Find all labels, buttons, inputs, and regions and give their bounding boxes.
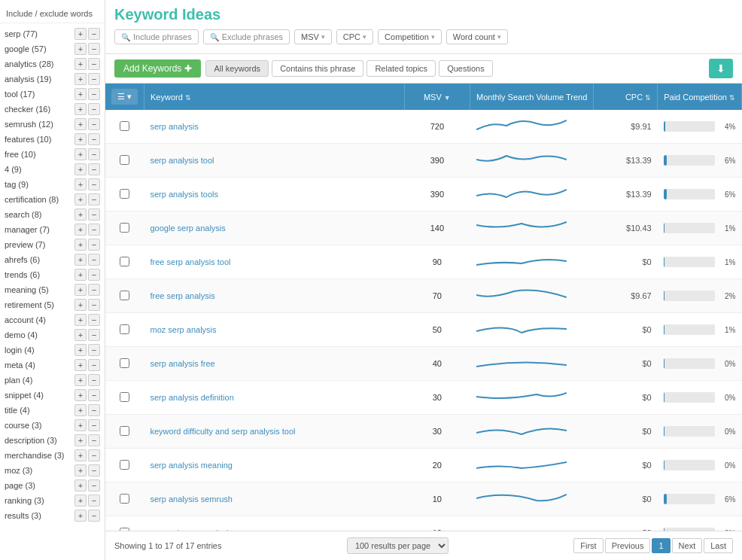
- exclude-button[interactable]: −: [88, 88, 100, 100]
- row-checkbox-cell[interactable]: [105, 144, 144, 178]
- row-checkbox-cell[interactable]: [105, 415, 144, 449]
- tab-questions[interactable]: Questions: [439, 60, 493, 77]
- exclude-button[interactable]: −: [88, 163, 100, 175]
- exclude-button[interactable]: −: [88, 314, 100, 326]
- exclude-button[interactable]: −: [88, 58, 100, 70]
- keyword-link[interactable]: serp analysis free: [151, 359, 215, 368]
- competition-dropdown[interactable]: Competition ▾: [378, 29, 442, 44]
- include-button[interactable]: +: [75, 404, 87, 416]
- exclude-button[interactable]: −: [88, 344, 100, 356]
- exclude-button[interactable]: −: [88, 193, 100, 205]
- include-button[interactable]: +: [75, 419, 87, 431]
- keyword-link[interactable]: serp analysis meaning: [151, 461, 233, 470]
- row-checkbox[interactable]: [120, 392, 129, 402]
- exclude-button[interactable]: −: [88, 239, 100, 251]
- row-checkbox[interactable]: [120, 494, 129, 504]
- tab-related-topics[interactable]: Related topics: [366, 60, 436, 77]
- row-checkbox-cell[interactable]: [105, 516, 144, 531]
- exclude-button[interactable]: −: [88, 178, 100, 190]
- keyword-link[interactable]: serp analysis: [151, 122, 199, 131]
- exclude-button[interactable]: −: [88, 389, 100, 401]
- page-btn-last[interactable]: Last: [704, 538, 733, 553]
- include-button[interactable]: +: [75, 374, 87, 386]
- cpc-col-header[interactable]: CPC ⇅: [594, 84, 658, 110]
- row-checkbox[interactable]: [120, 358, 129, 368]
- comp-col-header[interactable]: Paid Competition ⇅: [658, 84, 742, 110]
- include-button[interactable]: +: [75, 479, 87, 492]
- exclude-button[interactable]: −: [88, 434, 100, 446]
- row-checkbox[interactable]: [120, 121, 129, 131]
- keyword-link[interactable]: keyword difficulty and serp analysis too…: [151, 427, 296, 436]
- word-count-dropdown[interactable]: Word count ▾: [446, 29, 508, 44]
- select-all-header[interactable]: ☰ ▾: [105, 84, 144, 110]
- page-btn-previous[interactable]: Previous: [605, 538, 651, 553]
- row-checkbox[interactable]: [120, 257, 129, 266]
- exclude-button[interactable]: −: [88, 419, 100, 431]
- include-button[interactable]: +: [75, 103, 87, 115]
- add-keywords-button[interactable]: Add Keywords ✚: [114, 59, 201, 78]
- exclude-button[interactable]: −: [88, 208, 100, 221]
- exclude-button[interactable]: −: [88, 449, 100, 461]
- exclude-button[interactable]: −: [88, 73, 100, 85]
- exclude-phrases-input[interactable]: 🔍 Exclude phrases: [203, 29, 290, 44]
- row-checkbox[interactable]: [120, 460, 129, 470]
- exclude-button[interactable]: −: [88, 495, 100, 507]
- keyword-link[interactable]: moz serp analysis: [151, 325, 217, 334]
- exclude-button[interactable]: −: [88, 224, 100, 236]
- row-checkbox-cell[interactable]: [105, 482, 144, 516]
- keyword-link[interactable]: serp analysis tools: [151, 190, 219, 199]
- include-button[interactable]: +: [75, 464, 87, 476]
- include-button[interactable]: +: [75, 269, 87, 281]
- include-button[interactable]: +: [75, 28, 87, 40]
- exclude-button[interactable]: −: [88, 269, 100, 281]
- exclude-button[interactable]: −: [88, 118, 100, 130]
- exclude-button[interactable]: −: [88, 359, 100, 371]
- msv-col-header[interactable]: MSV ▼: [404, 84, 470, 110]
- include-phrases-input[interactable]: 🔍 Include phrases: [114, 29, 199, 44]
- cpc-dropdown[interactable]: CPC ▾: [336, 29, 373, 44]
- row-checkbox[interactable]: [120, 324, 129, 334]
- include-button[interactable]: +: [75, 148, 87, 160]
- exclude-button[interactable]: −: [88, 374, 100, 386]
- include-button[interactable]: +: [75, 344, 87, 356]
- keyword-link[interactable]: serp analysis tool: [151, 156, 214, 165]
- exclude-button[interactable]: −: [88, 103, 100, 115]
- include-button[interactable]: +: [75, 495, 87, 507]
- exclude-button[interactable]: −: [88, 254, 100, 266]
- include-button[interactable]: +: [75, 208, 87, 221]
- include-button[interactable]: +: [75, 193, 87, 205]
- msv-dropdown[interactable]: MSV ▾: [294, 29, 332, 44]
- keyword-link[interactable]: serp analysis semrush: [151, 495, 233, 504]
- keyword-link[interactable]: free serp analysis tool: [151, 257, 231, 266]
- include-button[interactable]: +: [75, 254, 87, 266]
- include-button[interactable]: +: [75, 314, 87, 326]
- include-button[interactable]: +: [75, 58, 87, 70]
- row-checkbox-cell[interactable]: [105, 212, 144, 245]
- include-button[interactable]: +: [75, 389, 87, 401]
- row-checkbox-cell[interactable]: [105, 381, 144, 415]
- include-button[interactable]: +: [75, 299, 87, 311]
- keyword-col-header[interactable]: Keyword ⇅: [144, 84, 405, 110]
- row-checkbox-cell[interactable]: [105, 245, 144, 279]
- row-checkbox[interactable]: [120, 223, 129, 233]
- include-button[interactable]: +: [75, 118, 87, 130]
- include-button[interactable]: +: [75, 434, 87, 446]
- row-checkbox-cell[interactable]: [105, 110, 144, 144]
- include-button[interactable]: +: [75, 178, 87, 190]
- row-checkbox-cell[interactable]: [105, 347, 144, 381]
- exclude-button[interactable]: −: [88, 148, 100, 160]
- exclude-button[interactable]: −: [88, 133, 100, 145]
- column-selector-button[interactable]: ☰ ▾: [111, 89, 138, 105]
- row-checkbox-cell[interactable]: [105, 449, 144, 482]
- exclude-button[interactable]: −: [88, 43, 100, 55]
- per-page-select[interactable]: 100 results per page 50 results per page…: [347, 537, 449, 554]
- page-btn-1[interactable]: 1: [652, 538, 670, 553]
- exclude-button[interactable]: −: [88, 329, 100, 341]
- row-checkbox[interactable]: [120, 155, 129, 165]
- include-button[interactable]: +: [75, 133, 87, 145]
- include-button[interactable]: +: [75, 88, 87, 100]
- row-checkbox-cell[interactable]: [105, 313, 144, 347]
- row-checkbox[interactable]: [120, 426, 129, 436]
- keyword-link[interactable]: google serp analysis: [151, 224, 226, 233]
- keyword-link[interactable]: free serp analysis: [151, 291, 215, 300]
